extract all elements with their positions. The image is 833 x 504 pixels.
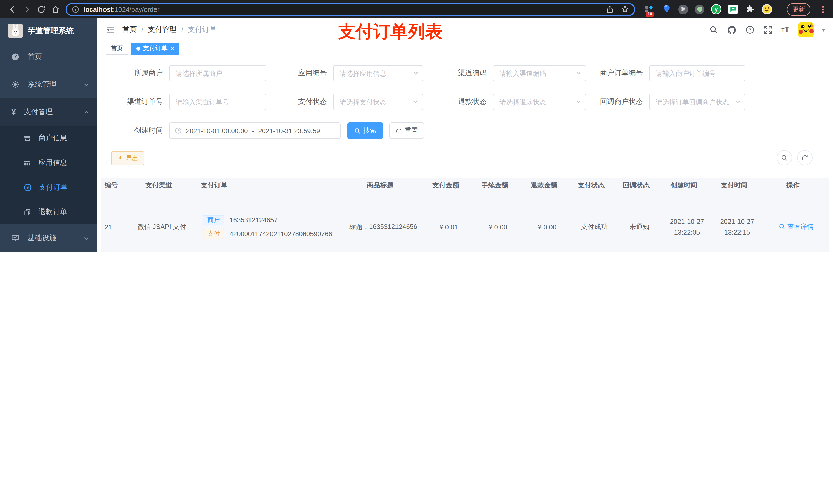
show-search-toggle-button[interactable] [777, 150, 792, 165]
channel-code-select[interactable] [493, 65, 586, 81]
extension-chat-icon[interactable] [728, 4, 738, 14]
pay-status: 支付成功 [572, 222, 617, 232]
create-time: 2021-10-2713:22:05 [662, 216, 712, 238]
url-bar[interactable]: localhost:1024/pay/order [66, 3, 635, 16]
sidebar-item-label: 支付订单 [39, 183, 68, 192]
pay-time: 2021-10-2713:22:15 [712, 216, 762, 238]
view-detail-link[interactable]: 查看详情 [779, 222, 814, 232]
create-time-range-picker[interactable]: 2021-10-01 00:00:00 - 2021-10-31 23:59:5… [169, 122, 341, 139]
yen-icon: ¥ [11, 107, 16, 117]
table-toolbar: 导出 [97, 151, 833, 165]
refund-amount: ¥ 0.00 [523, 223, 572, 231]
page: localhost:1024/pay/order 10 ⌘ y [0, 0, 833, 252]
app-select[interactable] [333, 65, 423, 81]
extension-y-icon[interactable]: y [711, 4, 721, 14]
filter-label: 退款状态 [451, 97, 487, 106]
extension-dot-icon[interactable] [695, 4, 705, 14]
date-start: 2021-10-01 00:00:00 [186, 127, 248, 135]
search-icon [354, 127, 361, 134]
payment-submenu: 商户信息 应用信息 ¥ 支付订单 [0, 126, 97, 224]
search-button[interactable]: 搜索 [347, 122, 383, 139]
sidebar-item-infra[interactable]: 基础设施 [0, 224, 97, 252]
filter-label: 渠道编码 [451, 69, 487, 78]
reset-button[interactable]: 重置 [389, 122, 424, 139]
breadcrumb-home[interactable]: 首页 [122, 25, 137, 34]
channel-order-no-input[interactable] [169, 94, 266, 110]
order-id: 21 [101, 223, 133, 231]
gear-icon [11, 80, 20, 89]
notify-status-select[interactable] [649, 94, 745, 110]
chevron-down-icon [84, 235, 89, 241]
pay-status-select[interactable] [333, 94, 423, 110]
shop-icon [24, 135, 31, 142]
filter-label: 渠道订单号 [101, 97, 163, 106]
close-icon[interactable]: × [171, 45, 174, 52]
fullscreen-icon[interactable] [763, 25, 772, 34]
extension-puzzle-icon[interactable] [745, 4, 755, 14]
tab-home[interactable]: 首页 [105, 42, 128, 54]
export-button[interactable]: 导出 [111, 151, 144, 165]
extension-sketch-icon[interactable]: 10 [644, 4, 655, 14]
merchant-order-no: 1635312124657 [230, 216, 278, 224]
refresh-table-button[interactable] [797, 150, 812, 165]
bookmark-star-icon[interactable] [621, 5, 629, 13]
browser-reload-button[interactable] [34, 2, 48, 16]
breadcrumb-payment[interactable]: 支付管理 [148, 25, 177, 34]
sidebar-item-pay-order[interactable]: ¥ 支付订单 [0, 175, 97, 200]
logo-avatar [8, 24, 23, 38]
extension-balloon-icon[interactable] [661, 4, 672, 14]
site-info-icon[interactable] [72, 5, 79, 13]
filter-label: 商户订单编号 [592, 69, 643, 78]
merchant-order-no-input[interactable] [649, 65, 745, 81]
clock-icon [175, 127, 182, 134]
app-logo[interactable]: 芋道管理系统 [0, 19, 97, 43]
refund-status-select[interactable] [493, 94, 586, 110]
breadcrumb-current: 支付订单 [188, 25, 217, 34]
search-icon[interactable] [709, 25, 718, 34]
pay-order-cell: 商户 1635312124657 支付 42000011742021102780… [191, 211, 342, 242]
sidebar-fold-icon[interactable] [105, 25, 115, 34]
tag-view-bar: 首页 支付订单 × [97, 41, 833, 56]
sidebar-item-refund-order[interactable]: 退款订单 [0, 200, 97, 224]
merchant-select[interactable] [169, 65, 266, 81]
sidebar-item-label: 退款订单 [39, 208, 67, 217]
page-title: 支付订单列表 [338, 20, 443, 44]
tab-pay-order[interactable]: 支付订单 × [131, 42, 179, 54]
filter-row-2: 渠道订单号 支付状态 退款状态 回调商户状态 [97, 94, 833, 110]
browser-forward-button[interactable] [20, 2, 34, 16]
sidebar-item-label: 支付管理 [24, 107, 53, 117]
sidebar-item-app-info[interactable]: 应用信息 [0, 150, 97, 175]
browser-back-button[interactable] [5, 2, 20, 16]
sidebar-item-merchant-info[interactable]: 商户信息 [0, 126, 97, 150]
filter-label: 回调商户状态 [592, 97, 643, 106]
table-body: 21 微信 JSAPI 支付 商户 1635312124657 支付 42000… [101, 193, 829, 252]
sidebar-item-label: 商户信息 [39, 134, 67, 143]
help-icon[interactable] [745, 25, 755, 34]
sidebar-item-home[interactable]: 首页 [0, 43, 97, 71]
extension-emoji-icon[interactable] [762, 4, 772, 14]
browser-menu-icon[interactable] [822, 6, 824, 13]
date-dash: - [252, 127, 254, 135]
chevron-up-icon [84, 110, 89, 115]
channel-pay-no: 4200001174202110278060590766 [230, 230, 332, 238]
filter-row-3: 创建时间 2021-10-01 00:00:00 - 2021-10-31 23… [97, 122, 833, 139]
download-icon [117, 155, 123, 161]
avatar[interactable] [798, 22, 813, 38]
filter-row-1: 所属商户 应用编号 渠道编码 商户订单编号 [97, 65, 833, 81]
sidebar-item-payment[interactable]: ¥ 支付管理 [0, 98, 97, 126]
sidebar-item-system[interactable]: 系统管理 [0, 71, 97, 98]
pay-amount: ¥ 0.01 [424, 223, 473, 231]
github-icon[interactable] [727, 25, 737, 34]
browser-home-button[interactable] [48, 2, 63, 16]
share-icon[interactable] [606, 5, 614, 13]
extension-command-icon[interactable]: ⌘ [678, 4, 688, 14]
date-end: 2021-10-31 23:59:59 [258, 127, 320, 135]
pay-order-table: 编号 支付渠道 支付订单 商品标题 支付金额 手续金额 退款金额 支付状态 回调… [101, 178, 829, 252]
merchant-tag: 商户 [203, 215, 224, 225]
refresh-icon [396, 127, 402, 134]
font-size-icon[interactable]: TT [781, 25, 789, 34]
avatar-caret-icon[interactable]: ▾ [822, 27, 825, 32]
app-title: 芋道管理系统 [28, 26, 74, 35]
chevron-down-icon [84, 82, 89, 87]
browser-update-button[interactable]: 更新 [787, 3, 810, 16]
